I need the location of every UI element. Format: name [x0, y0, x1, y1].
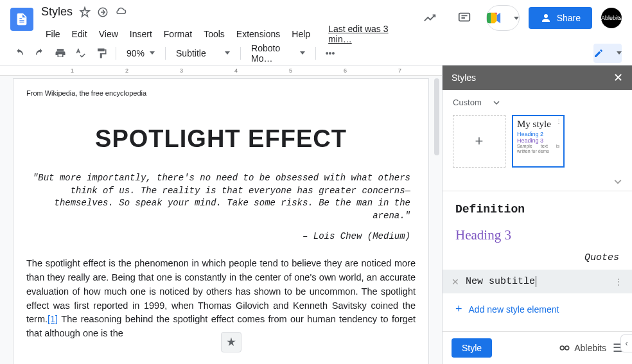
svg-rect-1: [459, 13, 470, 21]
svg-point-3: [565, 346, 569, 350]
comments-icon[interactable]: [452, 5, 477, 31]
document-area: 1 2 3 4 5 6 7 From Wikipedia, the free e…: [0, 65, 442, 364]
format-paint-button[interactable]: [92, 44, 110, 62]
avatar[interactable]: Ablebits: [601, 8, 622, 28]
quotes-style[interactable]: Quotes: [455, 252, 619, 263]
main: 1 2 3 4 5 6 7 From Wikipedia, the free e…: [0, 65, 632, 364]
star-icon[interactable]: [79, 6, 91, 18]
custom-label: Custom: [453, 98, 482, 107]
custom-styleset-selector[interactable]: Custom: [443, 90, 632, 115]
expand-toggle[interactable]: [443, 175, 632, 191]
new-subtitle-input[interactable]: New subtitle: [466, 276, 536, 287]
wiki-source-note: From Wikipedia, the free encyclopedia: [26, 89, 416, 97]
quote-block: "But more importantly, there's no need t…: [26, 172, 416, 222]
ruler-tick: 7: [398, 67, 401, 74]
menu-tools[interactable]: Tools: [199, 26, 229, 42]
ruler[interactable]: 1 2 3 4 5 6 7: [0, 65, 442, 76]
style-value: Subtitle: [176, 48, 206, 58]
font-dropdown[interactable]: Roboto Mo…: [246, 43, 310, 64]
ablebits-label: Ablebits: [574, 343, 606, 353]
style-card-mystyle[interactable]: ⋮ My style Heading 2 Heading 3 Sample te…: [512, 115, 565, 168]
pen-icon: [593, 48, 604, 58]
print-button[interactable]: [51, 44, 69, 62]
caret-down-icon: [617, 51, 622, 55]
caret-down-icon: [514, 17, 519, 20]
share-button[interactable]: Share: [529, 7, 592, 29]
page[interactable]: From Wikipedia, the free encyclopedia SP…: [13, 78, 429, 364]
plus-icon: +: [475, 133, 484, 150]
menu-insert[interactable]: Insert: [125, 26, 157, 42]
header-actions: Share Ablebits: [417, 5, 622, 31]
last-edit-link[interactable]: Last edit was 3 min…: [324, 21, 417, 47]
definition-heading[interactable]: Definition: [455, 203, 619, 216]
editing-mode-button[interactable]: [593, 44, 622, 63]
styles-sidepanel: Styles ✕ Custom + ⋮ My style Heading 2 H…: [442, 65, 632, 364]
separator: [315, 47, 316, 60]
add-style-label: Add new style element: [469, 304, 559, 315]
meet-button[interactable]: [486, 5, 520, 31]
card-sample: Sample text is written for demo: [517, 144, 559, 155]
doc-title[interactable]: Styles: [41, 5, 73, 19]
redo-button[interactable]: [31, 44, 49, 62]
scrollbar[interactable]: [434, 78, 439, 155]
apply-style-button[interactable]: Style: [452, 338, 492, 358]
cloud-status-icon[interactable]: [115, 6, 127, 18]
document-title: SPOTLIGHT EFFECT: [26, 125, 416, 153]
separator: [165, 47, 166, 60]
sidepanel-title: Styles: [452, 73, 476, 83]
trends-icon[interactable]: [417, 5, 443, 31]
card-menu-icon[interactable]: ⋮: [556, 117, 562, 125]
separator: [240, 47, 241, 60]
menu-extensions[interactable]: Extensions: [232, 26, 285, 42]
zoom-value: 90%: [127, 48, 145, 58]
explore-button[interactable]: [221, 332, 241, 352]
quote-attribution: – Lois Chew (Medium): [26, 231, 416, 241]
lock-icon: [540, 12, 552, 24]
menu-file[interactable]: File: [41, 26, 65, 42]
ablebits-icon: [559, 342, 570, 354]
caret-down-icon: [300, 51, 305, 55]
kebab-menu-icon[interactable]: ⋮: [614, 277, 623, 287]
move-folder-icon[interactable]: [97, 6, 109, 18]
docs-logo-icon[interactable]: [10, 8, 33, 31]
zoom-dropdown[interactable]: 90%: [121, 48, 160, 58]
ruler-tick: 5: [289, 67, 292, 74]
menu-help[interactable]: Help: [287, 26, 315, 42]
card-title: My style: [517, 119, 559, 130]
spellcheck-button[interactable]: [72, 44, 90, 62]
separator: [116, 47, 116, 60]
remove-icon[interactable]: ✕: [452, 277, 459, 287]
caret-down-icon: [225, 51, 230, 55]
menubar: File Edit View Insert Format Tools Exten…: [41, 21, 417, 47]
chevron-down-icon: [493, 100, 500, 106]
sidepanel-body: Custom + ⋮ My style Heading 2 Heading 3 …: [443, 90, 632, 331]
definition-section: Definition Heading 3 Quotes: [443, 191, 632, 270]
sidepanel-header: Styles ✕: [443, 65, 632, 90]
menu-view[interactable]: View: [94, 26, 123, 42]
collapse-sidepanel-tab[interactable]: ‹: [620, 334, 632, 352]
close-icon[interactable]: ✕: [613, 71, 623, 85]
caret-down-icon: [150, 51, 155, 55]
ruler-tick: 4: [234, 67, 238, 74]
styles-grid: + ⋮ My style Heading 2 Heading 3 Sample …: [443, 115, 632, 175]
plus-icon: +: [455, 302, 462, 316]
add-style-card[interactable]: +: [453, 115, 505, 168]
paragraph-style-dropdown[interactable]: Subtitle: [171, 48, 235, 58]
svg-point-2: [560, 346, 564, 350]
body-paragraph: The spotlight effect is the phenomenon i…: [26, 257, 416, 341]
menu-edit[interactable]: Edit: [67, 26, 92, 42]
add-style-element[interactable]: + Add new style element: [443, 293, 632, 325]
heading3-style[interactable]: Heading 3: [455, 227, 619, 243]
title-area: Styles File Edit View Insert Format Tool…: [41, 5, 417, 47]
citation-link[interactable]: [1]: [48, 314, 58, 324]
font-value: Roboto Mo…: [251, 43, 295, 64]
new-subtitle-row[interactable]: ✕ New subtitle ⋮: [443, 270, 632, 293]
more-button[interactable]: •••: [321, 44, 339, 62]
header: Styles File Edit View Insert Format Tool…: [0, 0, 632, 41]
menu-format[interactable]: Format: [159, 26, 197, 42]
undo-button[interactable]: [10, 44, 28, 62]
ruler-tick: 2: [125, 67, 128, 74]
card-heading2: Heading 2: [517, 131, 559, 137]
ablebits-logo[interactable]: Ablebits: [559, 342, 606, 354]
ruler-tick: 6: [344, 67, 347, 74]
